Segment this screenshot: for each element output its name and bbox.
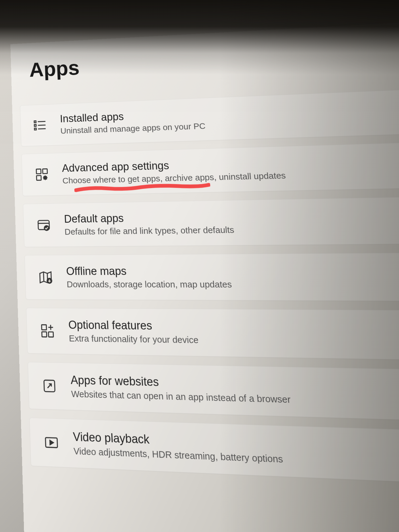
svg-rect-25 [49,332,54,337]
svg-line-15 [46,179,47,179]
svg-line-1 [38,121,45,122]
settings-item-offline-maps[interactable]: Offline maps Downloads, storage location… [24,252,399,302]
svg-point-9 [44,176,47,179]
settings-apps-screen: Apps Installed apps Uninstall and manage… [10,19,399,532]
video-playback-icon [42,432,61,453]
svg-rect-0 [34,121,36,123]
installed-apps-icon [32,116,49,134]
settings-item-optional-features[interactable]: Optional features Extra functionality fo… [26,308,399,362]
settings-item-installed-apps[interactable]: Installed apps Uninstall and manage apps… [20,87,399,146]
svg-line-17 [46,176,47,176]
svg-line-14 [44,176,44,177]
settings-item-video-playback[interactable]: Video playback Video adjustments, HDR st… [29,418,399,488]
settings-item-advanced-app-settings[interactable]: Advanced app settings Choose where to ge… [21,140,399,196]
svg-rect-7 [43,169,47,173]
svg-line-20 [43,272,44,281]
svg-rect-24 [42,332,47,337]
apps-for-websites-icon [40,376,59,396]
default-apps-icon [35,216,53,234]
svg-line-16 [44,179,44,179]
svg-rect-6 [36,169,41,174]
offline-maps-icon [37,268,55,286]
svg-rect-23 [42,325,46,330]
settings-item-default-apps[interactable]: Default apps Defaults for file and link … [23,195,399,247]
item-subtitle: Downloads, storage location, map updates [66,279,399,290]
svg-line-3 [38,125,45,125]
svg-rect-2 [34,124,36,126]
item-title: Default apps [64,207,399,225]
optional-features-icon [38,321,57,340]
svg-rect-8 [36,175,41,180]
settings-item-apps-for-websites[interactable]: Apps for websites Websites that can open… [28,362,399,423]
page-title: Apps [29,36,399,81]
item-subtitle: Extra functionality for your device [69,333,399,350]
settings-list: Installed apps Uninstall and manage apps… [12,87,399,488]
advanced-settings-icon [33,166,51,183]
item-title: Offline maps [66,263,399,278]
svg-line-5 [38,129,45,129]
svg-rect-4 [35,128,36,130]
